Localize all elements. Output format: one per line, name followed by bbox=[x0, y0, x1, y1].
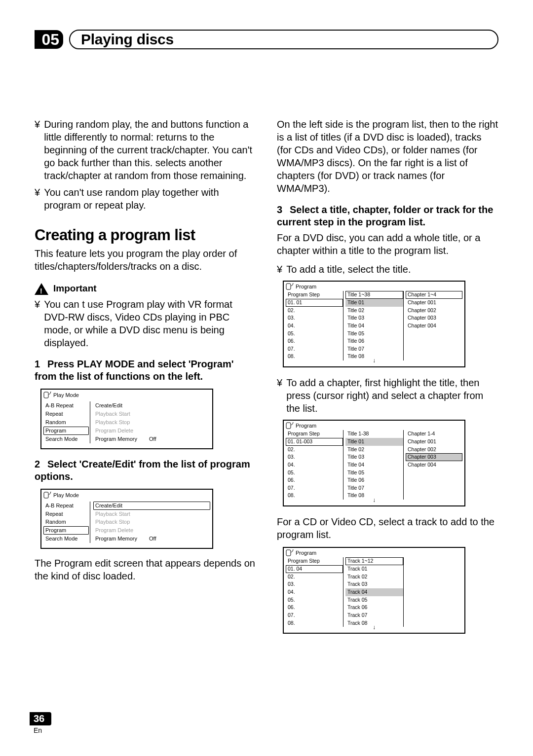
osd-menu-item: Repeat bbox=[43, 510, 89, 518]
program-step: 04. bbox=[286, 322, 343, 330]
bullet-item: ¥ To add a chapter, first highlight the … bbox=[277, 376, 498, 415]
program-step: 07. bbox=[286, 612, 343, 619]
page-lang: En bbox=[34, 726, 51, 734]
program-title-item: Title 06 bbox=[345, 337, 403, 345]
svg-rect-3 bbox=[286, 423, 291, 429]
program-step: 04. bbox=[286, 588, 343, 596]
bullet-marker: ¥ bbox=[35, 186, 40, 212]
program-title-item: Track 05 bbox=[345, 596, 403, 604]
body-text: For a CD or Video CD, select a track to … bbox=[277, 515, 498, 541]
step-text: Press PLAY MODE and select 'Program' fro… bbox=[35, 359, 233, 382]
program-step: 03. bbox=[286, 580, 343, 588]
program-title-item: Title 03 bbox=[345, 314, 403, 322]
program-step: 07. bbox=[286, 484, 343, 492]
osd-option-item: Playback Stop bbox=[93, 518, 210, 526]
osd-option-item: Playback Stop bbox=[93, 418, 210, 427]
program-chapter-item: Chapter 004 bbox=[406, 322, 462, 330]
body-text: On the left side is the program list, th… bbox=[277, 118, 498, 195]
bullet-marker: ¥ bbox=[277, 263, 282, 276]
program-step: 02. bbox=[286, 446, 343, 454]
program-step: 01. 04 bbox=[286, 565, 343, 573]
program-step: 05. bbox=[286, 596, 343, 604]
osd-option-item: Create/Edit bbox=[93, 502, 210, 510]
body-text: This feature lets you program the play o… bbox=[35, 247, 256, 273]
osd-option-item: Program MemoryOff bbox=[93, 535, 210, 543]
osd-title: Program bbox=[296, 283, 316, 290]
osd-menu-item: Search Mode bbox=[43, 535, 89, 543]
bullet-marker: ¥ bbox=[35, 118, 40, 182]
program-step: 02. bbox=[286, 573, 343, 581]
bullet-item: ¥ During random play, the and buttons fu… bbox=[35, 118, 256, 182]
program-chapter-item: Chapter 002 bbox=[406, 307, 462, 315]
osd-program: ProgramProgram Step01. 0102.03.04.05.06.… bbox=[283, 281, 465, 367]
step-heading: 1Press PLAY MODE and select 'Program' fr… bbox=[35, 358, 256, 383]
svg-rect-0 bbox=[44, 392, 48, 398]
right-column: On the left side is the program list, th… bbox=[277, 72, 498, 643]
page-number: 36 bbox=[30, 712, 51, 725]
osd-title: Program bbox=[296, 549, 316, 556]
osd-menu-item: Program bbox=[43, 526, 89, 535]
bullet-item: ¥ You can't use random play together wit… bbox=[35, 186, 256, 212]
program-title-item: Track 07 bbox=[345, 612, 403, 619]
osd-program: ProgramProgram Step01. 01-00302.03.04.05… bbox=[283, 420, 465, 506]
osd-title: Play Mode bbox=[53, 392, 79, 398]
bullet-marker: ¥ bbox=[35, 298, 40, 349]
bullet-marker: ¥ bbox=[277, 376, 282, 415]
program-title-item: Title 06 bbox=[345, 476, 403, 484]
svg-rect-4 bbox=[286, 550, 291, 556]
program-chapter-item: Chapter 002 bbox=[406, 446, 462, 454]
program-chapter-item: Chapter 003 bbox=[406, 314, 462, 322]
page-footer: 36 En bbox=[30, 712, 51, 734]
osd-option-item: Program MemoryOff bbox=[93, 435, 210, 443]
bullet-text: You can't use random play together with … bbox=[44, 186, 256, 212]
program-title-item: Title 04 bbox=[345, 322, 403, 330]
program-chapter-item: Chapter 004 bbox=[406, 461, 462, 469]
osd-play-mode: Play Mode A-B RepeatRepeatRandomProgramS… bbox=[40, 489, 213, 549]
program-title-item: Track 01 bbox=[345, 565, 403, 573]
program-step: 08. bbox=[286, 619, 343, 627]
program-chapter-item: Chapter 001 bbox=[406, 438, 462, 446]
program-title-item: Title 02 bbox=[345, 307, 403, 315]
program-title-item: Title 02 bbox=[345, 446, 403, 454]
program-step: 01. 01 bbox=[286, 299, 343, 307]
remote-icon bbox=[43, 392, 51, 398]
program-chapter-item: Chapter 003 bbox=[406, 453, 462, 461]
program-chapter-header: Chapter 1~4 bbox=[406, 291, 462, 299]
chapter-number-badge: 05 bbox=[35, 30, 63, 49]
program-step-header: Program Step bbox=[286, 557, 343, 565]
program-title-item: Track 02 bbox=[345, 573, 403, 581]
remote-icon bbox=[286, 549, 294, 556]
step-text: Select 'Create/Edit' from the list of pr… bbox=[35, 459, 250, 482]
osd-option-item: Program Delete bbox=[93, 427, 210, 435]
remote-icon bbox=[43, 492, 51, 499]
osd-option-item: Program Delete bbox=[93, 526, 210, 535]
program-title-item: Title 01 bbox=[345, 299, 403, 307]
chapter-title: Playing discs bbox=[69, 30, 498, 49]
osd-menu-item: A-B Repeat bbox=[43, 502, 89, 510]
program-title-item: Title 05 bbox=[345, 330, 403, 338]
bullet-text: To add a title, select the title. bbox=[286, 263, 498, 276]
program-step: 02. bbox=[286, 307, 343, 315]
important-callout: Important bbox=[35, 283, 256, 295]
program-step: 06. bbox=[286, 476, 343, 484]
program-title-header: Track 1~12 bbox=[345, 557, 403, 565]
chapter-header: 05 Playing discs bbox=[35, 30, 498, 49]
program-step: 07. bbox=[286, 345, 343, 353]
step-heading: 2Select 'Create/Edit' from the list of p… bbox=[35, 458, 256, 483]
bullet-text: To add a chapter, first highlight the ti… bbox=[286, 376, 498, 415]
osd-menu-item: A-B Repeat bbox=[43, 401, 89, 410]
step-heading: 3Select a title, chapter, folder or trac… bbox=[277, 204, 498, 228]
bullet-item: ¥ To add a title, select the title. bbox=[277, 263, 498, 276]
program-step: 08. bbox=[286, 492, 343, 500]
program-step: 06. bbox=[286, 337, 343, 345]
program-title-header: Title 1-38 bbox=[345, 430, 403, 438]
program-title-item: Track 04 bbox=[345, 588, 403, 596]
program-step: 03. bbox=[286, 453, 343, 461]
osd-menu-item: Program bbox=[43, 427, 89, 435]
body-text: The Program edit screen that appears dep… bbox=[35, 557, 256, 582]
osd-option-item: Create/Edit bbox=[93, 401, 210, 410]
program-title-item: Track 03 bbox=[345, 580, 403, 588]
program-step-header: Program Step bbox=[286, 430, 343, 438]
program-title-item: Title 05 bbox=[345, 469, 403, 477]
program-step: 05. bbox=[286, 330, 343, 338]
